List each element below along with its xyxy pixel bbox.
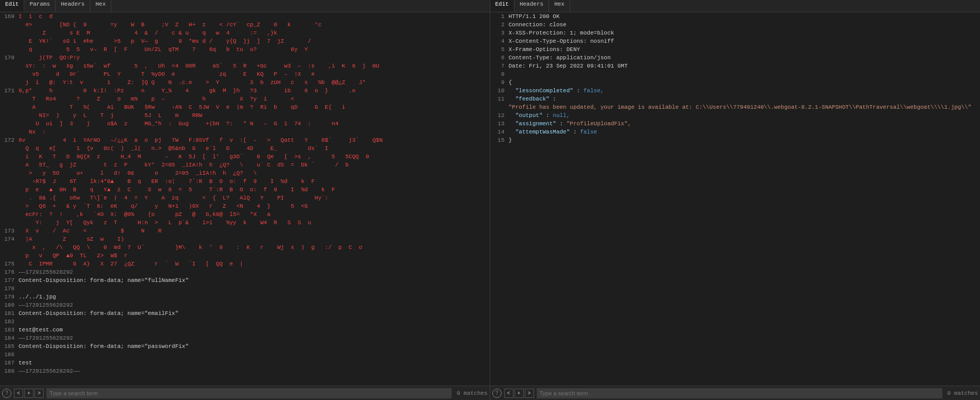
left-search-input[interactable]: [46, 388, 452, 398]
line-number: 12: [490, 111, 509, 120]
table-row: 9{: [490, 78, 981, 87]
line-number: [0, 62, 19, 70]
line-content: p e ▲ 0H B q Y▲ z C S w 6 = 5 T`:R B O o…: [19, 186, 490, 194]
right-code-area[interactable]: 1HTTP/1.1 200 OK2Connection: close3X-XSS…: [490, 12, 981, 386]
right-add-button[interactable]: +: [514, 389, 524, 398]
line-content: {: [509, 78, 981, 87]
line-content: Z s E M 4 & / c & u q w 4 := ,}k: [19, 29, 490, 37]
left-tab-headers[interactable]: Headers: [56, 0, 90, 12]
line-content: ——17291255628292——: [19, 367, 490, 375]
line-number: [0, 21, 19, 29]
line-content: [19, 318, 490, 326]
line-content: X v / Ac < $ N R: [19, 227, 490, 235]
table-row: 173 X v / Ac < $ N R: [0, 227, 490, 235]
table-row: 179../../1.jpg: [0, 293, 490, 301]
table-row: 5X-Frame-Options: DENY: [490, 45, 981, 54]
line-content: sY: : w Xg s5w` wf 5 , Uh <4 00R aS` 5 R…: [19, 62, 490, 70]
table-row: 14 "attemptWasMade" : false: [490, 128, 981, 136]
line-content: Y: j Y[ Qyk z T H:n > L p`& i>i %yy k W4…: [19, 219, 490, 227]
left-next-button[interactable]: >: [35, 389, 44, 398]
line-number: 179: [0, 293, 19, 301]
line-content: > y 5O u+ l d! 0¢ o 2=05 _iIA!h h ¿Q? \: [19, 169, 490, 177]
table-row: Y: j Y[ Qyk z T H:n > L p`& i>i %yy k W4…: [0, 219, 490, 227]
table-row: Nx :: [0, 128, 490, 136]
line-number: 15: [490, 136, 509, 144]
table-row: A 5T_ g jZ t z P kY° 2=05 _iIA!h h ¿Q? \…: [0, 161, 490, 169]
line-number: [0, 29, 19, 37]
line-content: "feedback" :: [509, 95, 981, 103]
left-tab-edit[interactable]: Edit: [0, 0, 24, 12]
table-row: 7Date: Fri, 23 Sep 2022 09:41:01 GMT: [490, 62, 981, 70]
left-tab-params[interactable]: Params: [24, 0, 56, 12]
right-tab-headers[interactable]: Headers: [514, 0, 549, 12]
table-row: 188——17291255628292——: [0, 367, 490, 375]
line-content: }: [509, 136, 981, 144]
table-row: sY: : w Xg s5w` wf 5 , Uh <4 00R aS` 5 R…: [0, 62, 490, 70]
left-add-button[interactable]: +: [24, 389, 34, 398]
right-panel-tabs: Edit Headers Hex: [490, 0, 981, 12]
left-panel-tabs: Edit Params Headers Hex: [0, 0, 490, 12]
right-next-button[interactable]: >: [525, 389, 534, 398]
table-row: > Q6 + & y `T 6: eK q/ y N+1 )0X r Z <N …: [0, 202, 490, 210]
right-prev-button[interactable]: <: [504, 389, 513, 398]
table-row: 6Content-Type: application/json: [490, 54, 981, 62]
line-content: ›R7$ J 6T lk:4*0▲ B q ER :o¦ 7`:R B O o:…: [19, 177, 490, 186]
line-content: Nx :: [19, 128, 490, 136]
right-help-button[interactable]: ?: [492, 389, 502, 398]
left-prev-button[interactable]: <: [14, 389, 23, 398]
line-content: ecFr: ? ! ,k `4O X: @0% {o pZ @ G,k0@ l5…: [19, 210, 490, 219]
line-content: ——17291255628292: [19, 268, 490, 276]
right-search-input[interactable]: [537, 388, 942, 398]
line-number: [0, 45, 19, 54]
line-number: 7: [490, 62, 509, 70]
line-content: "assignment" : "ProfileUploadFix",: [509, 120, 981, 128]
table-row: T Ro4 ? Z o m% p – h X ?y i <: [0, 95, 490, 103]
right-tab-edit[interactable]: Edit: [490, 0, 514, 12]
line-number: 169: [0, 12, 19, 21]
right-tab-hex[interactable]: Hex: [549, 0, 570, 12]
left-code-area[interactable]: 169I i c d #> [ND { 9 =y W B ;V Z H+ z <…: [0, 12, 490, 386]
line-number: [0, 95, 19, 103]
line-content: ../../1.jpg: [19, 293, 490, 301]
line-number: 184: [0, 334, 19, 342]
right-bottom-bar: ? < + > 0 matches: [490, 386, 981, 400]
line-content: |A Z sZ w I): [19, 235, 490, 243]
line-number: [0, 37, 19, 45]
table-row: ecFr: ? ! ,k `4O X: @0% {o pZ @ G,k0@ l5…: [0, 210, 490, 219]
table-row: 182: [0, 318, 490, 326]
table-row: 10 "lessonCompleted" : false,: [490, 87, 981, 95]
line-number: 177: [0, 276, 19, 285]
line-number: 176: [0, 268, 19, 276]
table-row: 3X-XSS-Protection: 1; mode=block: [490, 29, 981, 37]
line-number: [0, 144, 19, 153]
line-number: [0, 243, 19, 252]
left-tab-hex[interactable]: Hex: [90, 0, 111, 12]
line-number: [0, 194, 19, 202]
table-row: x , /\ QQ \ 0 md 7 U` }M\ k ' 9 : K r Wj…: [0, 243, 490, 252]
line-number: [0, 128, 19, 136]
line-number: 1: [490, 12, 509, 21]
line-content: "attemptWasMade" : false: [509, 128, 981, 136]
line-number: [0, 78, 19, 87]
line-number: 183: [0, 326, 19, 334]
line-content: HTTP/1.1 200 OK: [509, 12, 981, 21]
line-content: ——17291255628292: [19, 334, 490, 342]
line-number: 185: [0, 342, 19, 351]
line-number: [0, 103, 19, 111]
table-row: 1HTTP/1.1 200 OK: [490, 12, 981, 21]
right-panel: Edit Headers Hex 1HTTP/1.1 200 OK2Connec…: [490, 0, 981, 400]
left-search-area: ? < + > 0 matches: [2, 388, 488, 398]
line-number: 8: [490, 70, 509, 78]
line-content: [509, 70, 981, 78]
table-row: 1726v 4 i YArNO –/¿¿K a o pj 7W F:9SVf f…: [0, 136, 490, 144]
table-row: > y 5O u+ l d! 0¢ o 2=05 _iIA!h h ¿Q? \: [0, 169, 490, 177]
left-help-button[interactable]: ?: [2, 389, 11, 398]
table-row: NI= ) y L T j 5J L m RRW: [0, 111, 490, 120]
line-content: T Ro4 ? Z o m% p – h X ?y i <: [19, 95, 490, 103]
line-content: test: [19, 359, 490, 367]
line-content: Content-Disposition: form-data; name="pa…: [19, 342, 490, 351]
right-search-area: ? < + > 0 matches: [492, 388, 978, 398]
line-content: A T %( Ai BUK §Rw ›A% C 5JW V e |m ? Ri …: [19, 103, 490, 111]
line-content: [19, 351, 490, 359]
line-number: 172: [0, 136, 19, 144]
